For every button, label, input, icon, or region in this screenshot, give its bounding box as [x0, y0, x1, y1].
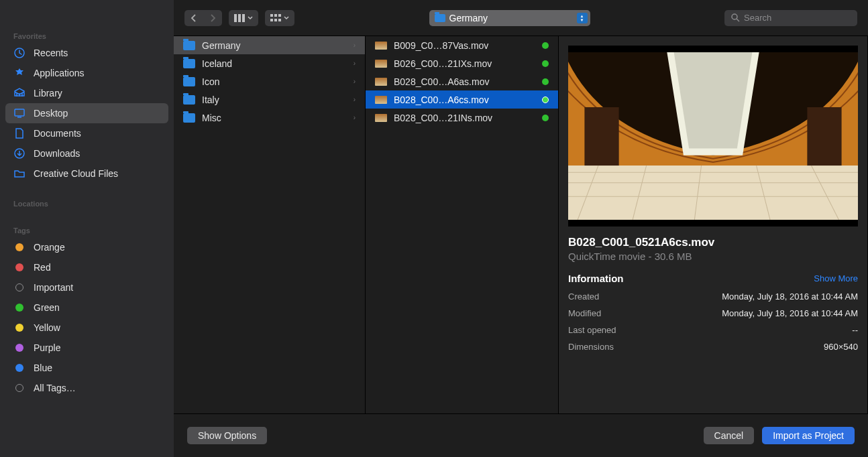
grid-icon	[270, 14, 281, 22]
sidebar-item-desktop[interactable]: Desktop	[5, 103, 168, 123]
file-row[interactable]: B028_C00…21INs.mov	[366, 109, 558, 127]
location-select[interactable]: Germany ▲▼	[429, 10, 590, 26]
import-button[interactable]: Import as Project	[762, 427, 855, 444]
chevron-right-icon: ›	[354, 78, 356, 85]
svg-rect-10	[274, 19, 277, 21]
folder-label: Misc	[202, 113, 221, 123]
show-more-link[interactable]: Show More	[814, 273, 858, 283]
sidebar-item-recents[interactable]: Recents	[0, 43, 174, 63]
tag-dot-icon	[13, 362, 25, 374]
video-thumb-icon	[375, 60, 387, 68]
show-options-button[interactable]: Show Options	[187, 427, 267, 444]
view-columns-button[interactable]	[229, 10, 258, 26]
chevron-down-icon	[284, 16, 289, 20]
tag-green-icon	[542, 115, 549, 121]
sidebar-item-label: All Tags…	[34, 383, 76, 393]
search-placeholder: Search	[744, 13, 771, 23]
preview-thumbnail	[568, 46, 858, 226]
sidebar-item-creative-cloud[interactable]: Creative Cloud Files	[0, 164, 174, 184]
video-thumb-icon	[375, 114, 387, 122]
tag-circle-icon	[13, 281, 25, 293]
folder-label: Icon	[202, 76, 219, 87]
view-grid-button[interactable]	[265, 10, 294, 26]
folder-label: Italy	[202, 94, 219, 105]
sidebar-item-downloads[interactable]: Downloads	[0, 143, 174, 164]
tag-dot-icon	[13, 342, 25, 354]
chevron-right-icon: ›	[354, 42, 356, 49]
section-favorites: Favorites	[0, 27, 174, 43]
file-row[interactable]: B026_C00…21IXs.mov	[366, 54, 558, 72]
info-key: Dimensions	[568, 342, 614, 352]
toolbar: Germany ▲▼ Search	[174, 0, 868, 36]
preview-subtitle: QuickTime movie - 30.6 MB	[568, 251, 858, 262]
clock-icon	[13, 47, 25, 59]
downloads-icon	[13, 147, 25, 159]
file-row[interactable]: B028_C00…A6as.mov	[366, 72, 558, 90]
sidebar: Favorites Recents Applications Library D…	[0, 0, 174, 457]
video-thumb-icon	[375, 96, 387, 104]
back-button[interactable]	[184, 10, 203, 26]
desktop-icon	[13, 107, 25, 119]
tag-green-icon	[542, 60, 549, 67]
folder-row[interactable]: Icon ›	[174, 72, 365, 90]
preview-panel: B028_C001_0521A6cs.mov QuickTime movie -…	[559, 36, 868, 413]
sidebar-tag-orange[interactable]: Orange	[0, 237, 174, 257]
file-row[interactable]: B009_C0…87Vas.mov	[366, 36, 558, 54]
folder-row[interactable]: Misc ›	[174, 109, 365, 127]
cancel-button[interactable]: Cancel	[704, 427, 755, 444]
sidebar-item-label: Creative Cloud Files	[34, 168, 118, 179]
section-locations: Locations	[0, 194, 174, 210]
tag-dot-icon	[13, 261, 25, 273]
folder-row[interactable]: Germany ›	[174, 36, 365, 54]
sidebar-tag-green[interactable]: Green	[0, 298, 174, 318]
sidebar-tag-red[interactable]: Red	[0, 257, 174, 277]
video-thumb-icon	[375, 42, 387, 50]
sidebar-tag-yellow[interactable]: Yellow	[0, 318, 174, 338]
sidebar-tag-all[interactable]: All Tags…	[0, 378, 174, 398]
info-value: --	[852, 325, 858, 335]
svg-rect-7	[274, 14, 277, 17]
sidebar-tag-blue[interactable]: Blue	[0, 358, 174, 378]
tag-dot-icon	[13, 322, 25, 334]
folder-label: Iceland	[202, 58, 232, 69]
apps-icon	[13, 67, 25, 79]
file-label: B028_C00…A6cs.mov	[394, 94, 489, 105]
file-row[interactable]: B028_C00…A6cs.mov	[366, 90, 558, 109]
sidebar-item-documents[interactable]: Documents	[0, 123, 174, 143]
file-column: B009_C0…87Vas.mov B026_C00…21IXs.mov B02…	[366, 36, 559, 413]
tag-green-icon	[542, 78, 549, 85]
tag-green-icon	[542, 42, 549, 49]
sidebar-item-label: Recents	[34, 48, 68, 58]
info-label: Information	[568, 273, 624, 284]
tag-green-icon	[542, 96, 549, 103]
sidebar-item-label: Downloads	[34, 148, 80, 159]
svg-rect-6	[270, 14, 273, 17]
svg-rect-9	[270, 19, 273, 21]
columns-icon	[234, 14, 245, 22]
sidebar-item-label: Documents	[34, 128, 81, 139]
svg-rect-25	[584, 107, 618, 166]
folder-icon	[13, 168, 25, 180]
sidebar-item-label: Library	[34, 88, 62, 99]
nav-buttons	[184, 10, 222, 26]
forward-button[interactable]	[203, 10, 222, 26]
info-key: Last opened	[568, 325, 616, 335]
sidebar-tag-important[interactable]: Important	[0, 277, 174, 298]
info-value: Monday, July 18, 2016 at 10:44 AM	[722, 291, 858, 302]
library-icon	[13, 87, 25, 99]
file-label: B009_C0…87Vas.mov	[394, 40, 488, 51]
sidebar-tag-purple[interactable]: Purple	[0, 338, 174, 358]
sidebar-item-label: Yellow	[34, 322, 60, 333]
sidebar-item-applications[interactable]: Applications	[0, 63, 174, 83]
location-label: Germany	[449, 13, 488, 23]
info-row-last-opened: Last opened --	[568, 322, 858, 338]
folder-row[interactable]: Iceland ›	[174, 54, 365, 72]
svg-rect-11	[278, 19, 281, 21]
info-row-modified: Modified Monday, July 18, 2016 at 10:44 …	[568, 305, 858, 322]
sidebar-item-library[interactable]: Library	[0, 83, 174, 103]
folder-icon	[183, 59, 195, 68]
search-input[interactable]: Search	[724, 10, 857, 26]
folder-row[interactable]: Italy ›	[174, 90, 365, 109]
sidebar-item-label: Orange	[34, 242, 65, 253]
info-value: Monday, July 18, 2016 at 10:44 AM	[722, 308, 858, 318]
